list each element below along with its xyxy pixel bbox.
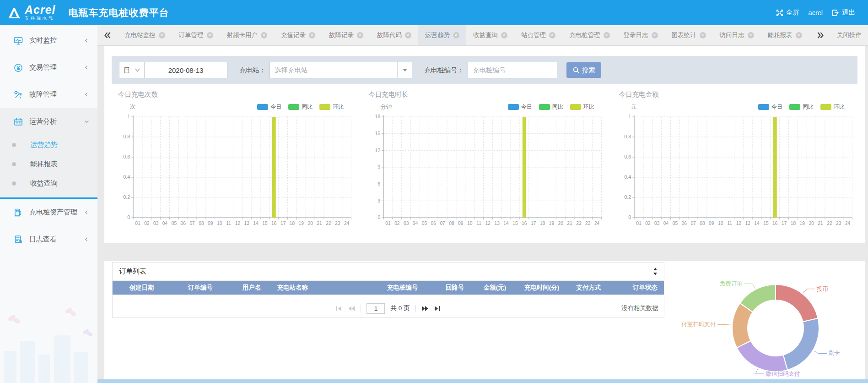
tab-close-icon[interactable]	[501, 32, 507, 38]
sidebar-subitem-运营趋势[interactable]: 运营趋势	[0, 135, 97, 154]
sidebar-item-日志查看[interactable]: 日志查看	[0, 226, 97, 253]
svg-text:12: 12	[736, 221, 741, 226]
app-header: Acrel 安科瑞电气 电瓶车充电桩收费平台 全屏 acrel 退出	[0, 0, 868, 25]
close-operations-menu[interactable]: 关闭操作	[830, 25, 868, 45]
svg-text:0.6: 0.6	[624, 154, 631, 159]
sidebar-subitem-收益查询[interactable]: 收益查询	[0, 174, 97, 193]
svg-text:23: 23	[585, 221, 591, 226]
chart-legend: 今日同比环比	[758, 103, 845, 111]
svg-text:02: 02	[645, 221, 651, 226]
sidebar-item-故障管理[interactable]: 故障管理	[0, 81, 97, 108]
donut-slice-刷卡[interactable]	[783, 318, 819, 370]
charts-row: 今日充电次数次今日同比环比00.20.40.60.810102030405060…	[104, 84, 865, 232]
tab-label: 收益查询	[473, 31, 498, 39]
tab-close-icon[interactable]	[261, 32, 267, 38]
column-header-支付方式: 支付方式	[568, 284, 609, 292]
svg-text:06: 06	[431, 221, 437, 226]
tab-close-icon[interactable]	[652, 32, 658, 38]
tab-站点管理[interactable]: 站点管理	[514, 25, 562, 45]
chart-title: 今日充电时长	[363, 90, 606, 101]
period-select[interactable]: 日	[119, 62, 145, 78]
tab-充值记录[interactable]: 充值记录	[274, 25, 322, 45]
chart-unit-label: 分钟	[380, 103, 392, 111]
pile-number-input[interactable]	[468, 62, 557, 78]
tab-订单管理[interactable]: 订单管理	[172, 25, 220, 45]
legend-item-环比[interactable]: 环比	[820, 103, 845, 111]
svg-text:07: 07	[440, 221, 446, 226]
legend-item-今日[interactable]: 今日	[508, 103, 532, 111]
sidebar-item-充电桩资产管理[interactable]: 充电桩资产管理	[0, 199, 97, 226]
tab-图表统计[interactable]: 图表统计	[665, 25, 713, 45]
tab-close-icon[interactable]	[453, 32, 459, 38]
legend-item-今日[interactable]: 今日	[758, 103, 782, 111]
legend-swatch	[539, 104, 550, 110]
tab-close-icon[interactable]	[207, 32, 213, 38]
donut-slice-投币[interactable]	[776, 285, 818, 322]
orders-section: 订单列表 创建日期订单编号用户名充电站名称充电桩编号回路号金额(元)充电时间(分…	[104, 261, 865, 379]
first-page-button[interactable]	[336, 306, 342, 312]
tab-close-icon[interactable]	[405, 32, 411, 38]
tab-运营趋势[interactable]: 运营趋势	[418, 25, 466, 45]
svg-text:09: 09	[208, 221, 213, 226]
legend-swatch	[758, 104, 769, 110]
tab-close-icon[interactable]	[159, 32, 165, 38]
tab-访问日志[interactable]: 访问日志	[713, 25, 761, 45]
tabs-scroll-left-button[interactable]	[97, 25, 118, 45]
page-number-input[interactable]	[367, 303, 385, 314]
svg-text:24: 24	[845, 221, 851, 226]
svg-text:13: 13	[745, 221, 750, 226]
chevron-down-icon	[135, 68, 140, 72]
tab-close-icon[interactable]	[748, 32, 754, 38]
sidebar-subitem-能耗报表[interactable]: 能耗报表	[0, 154, 97, 174]
tab-close-icon[interactable]	[700, 32, 706, 38]
column-header-充电时间(分): 充电时间(分)	[516, 284, 568, 292]
tab-close-icon[interactable]	[357, 32, 363, 38]
legend-item-同比[interactable]: 同比	[288, 103, 313, 111]
tab-close-icon[interactable]	[604, 32, 610, 38]
station-select[interactable]: 选择充电站	[270, 62, 412, 78]
svg-text:0.2: 0.2	[123, 194, 130, 200]
date-input[interactable]	[144, 62, 227, 78]
legend-item-同比[interactable]: 同比	[539, 103, 563, 111]
legend-item-今日[interactable]: 今日	[257, 103, 281, 111]
page-title: 电瓶车充电桩收费平台	[69, 6, 169, 19]
sidebar-item-label: 实时监控	[29, 36, 57, 45]
tab-射频卡用户[interactable]: 射频卡用户	[220, 25, 275, 45]
tab-充电站监控[interactable]: 充电站监控	[118, 25, 172, 45]
tabs-scroll-right-button[interactable]	[810, 25, 830, 45]
svg-text:0.6: 0.6	[123, 154, 130, 159]
tab-close-icon[interactable]	[796, 32, 802, 38]
previous-page-button[interactable]	[348, 306, 355, 312]
tab-close-icon[interactable]	[549, 32, 555, 38]
tab-故障记录[interactable]: 故障记录	[322, 25, 370, 45]
tab-label: 订单管理	[179, 31, 204, 39]
next-page-button[interactable]	[421, 306, 429, 312]
svg-text:19: 19	[299, 221, 304, 226]
tab-登录日志[interactable]: 登录日志	[617, 25, 665, 45]
tab-收益查询[interactable]: 收益查询	[466, 25, 514, 45]
tab-充电桩管理[interactable]: 充电桩管理	[562, 25, 617, 45]
last-page-button[interactable]	[434, 306, 441, 312]
username[interactable]: acrel	[809, 9, 823, 16]
donut-slice-微信扫码支付[interactable]	[737, 341, 787, 372]
search-button[interactable]: 搜索	[566, 62, 601, 78]
tab-能耗报表[interactable]: 能耗报表	[761, 25, 809, 45]
legend-label: 同比	[803, 103, 814, 111]
tab-故障代码[interactable]: 故障代码	[370, 25, 418, 45]
tab-label: 图表统计	[672, 31, 696, 39]
legend-item-环比[interactable]: 环比	[319, 103, 344, 111]
panel-collapse-button[interactable]	[653, 268, 658, 275]
svg-text:0.4: 0.4	[624, 174, 631, 180]
legend-item-同比[interactable]: 同比	[789, 103, 814, 111]
logout-button[interactable]: 退出	[832, 8, 855, 17]
svg-text:16: 16	[772, 221, 778, 226]
legend-item-环比[interactable]: 环比	[570, 103, 594, 111]
orders-panel: 订单列表 创建日期订单编号用户名充电站名称充电桩编号回路号金额(元)充电时间(分…	[112, 262, 664, 318]
sidebar-item-运营分析[interactable]: 运营分析	[0, 108, 97, 135]
donut-label-微信扫码支付: 微信扫码支付	[765, 371, 800, 377]
tab-close-icon[interactable]	[309, 32, 315, 38]
fullscreen-button[interactable]: 全屏	[776, 8, 799, 17]
chart-title: 今日充电金额	[614, 90, 857, 101]
sidebar-item-交易管理[interactable]: 交易管理	[0, 54, 97, 81]
sidebar-item-实时监控[interactable]: 实时监控	[0, 27, 97, 54]
